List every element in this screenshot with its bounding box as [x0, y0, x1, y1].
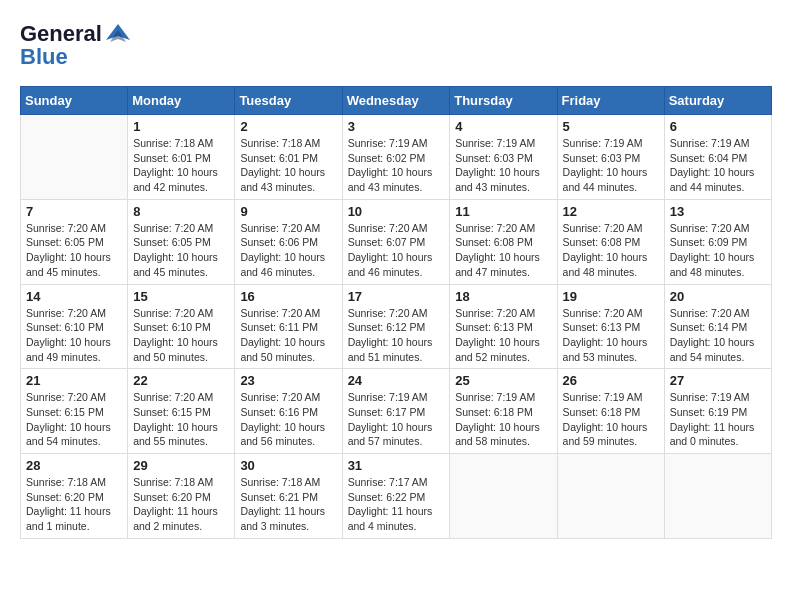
day-number: 27 [670, 373, 766, 388]
calendar-cell: 31Sunrise: 7:17 AM Sunset: 6:22 PM Dayli… [342, 454, 450, 539]
calendar-cell: 26Sunrise: 7:19 AM Sunset: 6:18 PM Dayli… [557, 369, 664, 454]
day-number: 14 [26, 289, 122, 304]
calendar-cell [450, 454, 557, 539]
day-header-friday: Friday [557, 87, 664, 115]
calendar-cell: 18Sunrise: 7:20 AM Sunset: 6:13 PM Dayli… [450, 284, 557, 369]
day-info: Sunrise: 7:20 AM Sunset: 6:07 PM Dayligh… [348, 221, 445, 280]
calendar-cell: 9Sunrise: 7:20 AM Sunset: 6:06 PM Daylig… [235, 199, 342, 284]
day-number: 11 [455, 204, 551, 219]
day-number: 6 [670, 119, 766, 134]
day-number: 29 [133, 458, 229, 473]
calendar-cell: 28Sunrise: 7:18 AM Sunset: 6:20 PM Dayli… [21, 454, 128, 539]
day-number: 1 [133, 119, 229, 134]
calendar-cell: 19Sunrise: 7:20 AM Sunset: 6:13 PM Dayli… [557, 284, 664, 369]
calendar-cell [21, 115, 128, 200]
calendar-header-row: SundayMondayTuesdayWednesdayThursdayFrid… [21, 87, 772, 115]
day-info: Sunrise: 7:20 AM Sunset: 6:09 PM Dayligh… [670, 221, 766, 280]
day-header-saturday: Saturday [664, 87, 771, 115]
day-number: 3 [348, 119, 445, 134]
calendar-cell: 29Sunrise: 7:18 AM Sunset: 6:20 PM Dayli… [128, 454, 235, 539]
day-number: 21 [26, 373, 122, 388]
day-header-thursday: Thursday [450, 87, 557, 115]
day-header-tuesday: Tuesday [235, 87, 342, 115]
day-info: Sunrise: 7:20 AM Sunset: 6:10 PM Dayligh… [26, 306, 122, 365]
logo-text-blue: Blue [20, 44, 68, 70]
day-header-sunday: Sunday [21, 87, 128, 115]
day-info: Sunrise: 7:17 AM Sunset: 6:22 PM Dayligh… [348, 475, 445, 534]
day-info: Sunrise: 7:20 AM Sunset: 6:14 PM Dayligh… [670, 306, 766, 365]
day-info: Sunrise: 7:20 AM Sunset: 6:05 PM Dayligh… [26, 221, 122, 280]
calendar-cell: 1Sunrise: 7:18 AM Sunset: 6:01 PM Daylig… [128, 115, 235, 200]
day-number: 4 [455, 119, 551, 134]
day-number: 25 [455, 373, 551, 388]
logo: General Blue [20, 20, 132, 70]
calendar-cell: 15Sunrise: 7:20 AM Sunset: 6:10 PM Dayli… [128, 284, 235, 369]
day-number: 16 [240, 289, 336, 304]
day-number: 17 [348, 289, 445, 304]
day-info: Sunrise: 7:20 AM Sunset: 6:06 PM Dayligh… [240, 221, 336, 280]
day-info: Sunrise: 7:20 AM Sunset: 6:13 PM Dayligh… [563, 306, 659, 365]
page-header: General Blue [20, 20, 772, 70]
calendar-cell: 10Sunrise: 7:20 AM Sunset: 6:07 PM Dayli… [342, 199, 450, 284]
day-info: Sunrise: 7:18 AM Sunset: 6:20 PM Dayligh… [133, 475, 229, 534]
day-number: 26 [563, 373, 659, 388]
day-info: Sunrise: 7:20 AM Sunset: 6:15 PM Dayligh… [26, 390, 122, 449]
calendar-cell: 6Sunrise: 7:19 AM Sunset: 6:04 PM Daylig… [664, 115, 771, 200]
calendar-cell: 12Sunrise: 7:20 AM Sunset: 6:08 PM Dayli… [557, 199, 664, 284]
day-info: Sunrise: 7:19 AM Sunset: 6:03 PM Dayligh… [455, 136, 551, 195]
calendar-cell: 2Sunrise: 7:18 AM Sunset: 6:01 PM Daylig… [235, 115, 342, 200]
day-info: Sunrise: 7:19 AM Sunset: 6:03 PM Dayligh… [563, 136, 659, 195]
calendar-cell: 20Sunrise: 7:20 AM Sunset: 6:14 PM Dayli… [664, 284, 771, 369]
day-info: Sunrise: 7:20 AM Sunset: 6:15 PM Dayligh… [133, 390, 229, 449]
calendar-cell: 25Sunrise: 7:19 AM Sunset: 6:18 PM Dayli… [450, 369, 557, 454]
calendar-cell [557, 454, 664, 539]
day-number: 31 [348, 458, 445, 473]
calendar-cell: 7Sunrise: 7:20 AM Sunset: 6:05 PM Daylig… [21, 199, 128, 284]
calendar-cell: 14Sunrise: 7:20 AM Sunset: 6:10 PM Dayli… [21, 284, 128, 369]
calendar-cell: 3Sunrise: 7:19 AM Sunset: 6:02 PM Daylig… [342, 115, 450, 200]
day-number: 20 [670, 289, 766, 304]
day-info: Sunrise: 7:20 AM Sunset: 6:16 PM Dayligh… [240, 390, 336, 449]
day-info: Sunrise: 7:20 AM Sunset: 6:10 PM Dayligh… [133, 306, 229, 365]
calendar-cell: 21Sunrise: 7:20 AM Sunset: 6:15 PM Dayli… [21, 369, 128, 454]
calendar-cell: 8Sunrise: 7:20 AM Sunset: 6:05 PM Daylig… [128, 199, 235, 284]
day-info: Sunrise: 7:18 AM Sunset: 6:01 PM Dayligh… [133, 136, 229, 195]
day-number: 10 [348, 204, 445, 219]
calendar-cell: 13Sunrise: 7:20 AM Sunset: 6:09 PM Dayli… [664, 199, 771, 284]
calendar-cell: 4Sunrise: 7:19 AM Sunset: 6:03 PM Daylig… [450, 115, 557, 200]
week-row-2: 7Sunrise: 7:20 AM Sunset: 6:05 PM Daylig… [21, 199, 772, 284]
day-info: Sunrise: 7:18 AM Sunset: 6:01 PM Dayligh… [240, 136, 336, 195]
day-number: 5 [563, 119, 659, 134]
day-info: Sunrise: 7:20 AM Sunset: 6:05 PM Dayligh… [133, 221, 229, 280]
logo-icon [104, 20, 132, 48]
day-number: 30 [240, 458, 336, 473]
day-number: 9 [240, 204, 336, 219]
day-number: 19 [563, 289, 659, 304]
calendar-cell: 23Sunrise: 7:20 AM Sunset: 6:16 PM Dayli… [235, 369, 342, 454]
day-info: Sunrise: 7:19 AM Sunset: 6:17 PM Dayligh… [348, 390, 445, 449]
calendar-table: SundayMondayTuesdayWednesdayThursdayFrid… [20, 86, 772, 539]
day-info: Sunrise: 7:19 AM Sunset: 6:18 PM Dayligh… [563, 390, 659, 449]
day-number: 15 [133, 289, 229, 304]
calendar-cell: 27Sunrise: 7:19 AM Sunset: 6:19 PM Dayli… [664, 369, 771, 454]
calendar-cell: 30Sunrise: 7:18 AM Sunset: 6:21 PM Dayli… [235, 454, 342, 539]
day-header-monday: Monday [128, 87, 235, 115]
day-number: 28 [26, 458, 122, 473]
day-info: Sunrise: 7:20 AM Sunset: 6:08 PM Dayligh… [455, 221, 551, 280]
calendar-cell: 16Sunrise: 7:20 AM Sunset: 6:11 PM Dayli… [235, 284, 342, 369]
day-number: 22 [133, 373, 229, 388]
calendar-cell: 22Sunrise: 7:20 AM Sunset: 6:15 PM Dayli… [128, 369, 235, 454]
day-number: 13 [670, 204, 766, 219]
day-number: 2 [240, 119, 336, 134]
calendar-cell: 24Sunrise: 7:19 AM Sunset: 6:17 PM Dayli… [342, 369, 450, 454]
day-info: Sunrise: 7:18 AM Sunset: 6:21 PM Dayligh… [240, 475, 336, 534]
day-info: Sunrise: 7:19 AM Sunset: 6:18 PM Dayligh… [455, 390, 551, 449]
day-info: Sunrise: 7:19 AM Sunset: 6:04 PM Dayligh… [670, 136, 766, 195]
week-row-5: 28Sunrise: 7:18 AM Sunset: 6:20 PM Dayli… [21, 454, 772, 539]
day-number: 8 [133, 204, 229, 219]
day-info: Sunrise: 7:18 AM Sunset: 6:20 PM Dayligh… [26, 475, 122, 534]
day-info: Sunrise: 7:20 AM Sunset: 6:12 PM Dayligh… [348, 306, 445, 365]
week-row-4: 21Sunrise: 7:20 AM Sunset: 6:15 PM Dayli… [21, 369, 772, 454]
week-row-3: 14Sunrise: 7:20 AM Sunset: 6:10 PM Dayli… [21, 284, 772, 369]
calendar-cell: 11Sunrise: 7:20 AM Sunset: 6:08 PM Dayli… [450, 199, 557, 284]
